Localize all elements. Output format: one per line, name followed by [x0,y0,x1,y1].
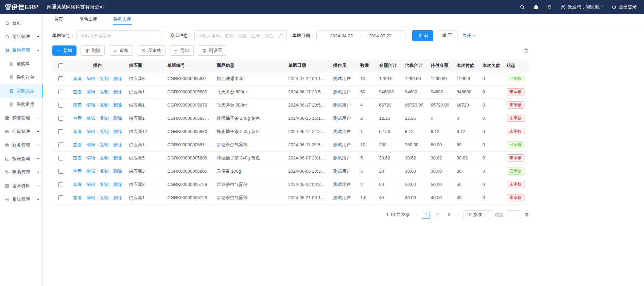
edit-link[interactable]: 编辑 [86,142,95,147]
edit-link[interactable]: 编辑 [86,89,95,94]
copy-link[interactable]: 复制 [100,102,108,108]
sidebar-item-product[interactable]: 商品管理 [0,166,42,179]
view-link[interactable]: 查看 [73,76,82,81]
sidebar-item-purchase-inbound[interactable]: 采购入库 [0,84,42,98]
prev-page-button[interactable] [415,213,418,216]
delete-link[interactable]: 删除 [113,142,122,147]
view-link[interactable]: 查看 [73,182,82,187]
search-icon[interactable] [520,4,525,10]
sidebar-item-sales[interactable]: 销售管理 [0,111,42,125]
copy-link[interactable]: 复制 [100,182,108,187]
copy-link[interactable]: 复制 [100,142,108,147]
edit-link[interactable]: 编辑 [86,102,95,108]
bank-icon[interactable] [533,4,539,10]
view-link[interactable]: 查看 [73,155,82,160]
row-checkbox[interactable] [58,76,63,81]
sidebar-item-system[interactable]: 系统管理 [0,193,42,206]
row-checkbox[interactable] [58,169,63,174]
delete-link[interactable]: 删除 [113,129,122,134]
sidebar-item-purchase-order[interactable]: 采购订单 [0,71,42,84]
edit-link[interactable]: 编辑 [86,195,95,200]
sidebar-item-purchase-return[interactable]: 采购退货 [0,98,42,111]
delete-button[interactable]: 删除 [81,45,105,56]
select-all-checkbox[interactable] [58,63,63,68]
delete-link[interactable]: 删除 [113,169,122,174]
bill-no-input[interactable] [76,30,161,41]
tab-home[interactable]: 首页 [54,14,64,25]
delete-link[interactable]: 删除 [113,116,122,121]
delete-link[interactable]: 删除 [113,155,122,160]
tab-retail-outbound[interactable]: 零售出库 [79,14,98,25]
row-checkbox[interactable] [58,182,63,187]
chevron-right-icon [456,213,460,216]
row-checkbox[interactable] [58,142,63,147]
row-checkbox[interactable] [58,195,63,200]
date-from-value[interactable]: 2024-04-22 [330,33,353,38]
copy-link[interactable]: 复制 [100,76,108,81]
status-badge: 未审核 [507,154,524,161]
copy-link[interactable]: 复制 [100,195,108,200]
view-link[interactable]: 查看 [73,116,82,121]
edit-link[interactable]: 编辑 [86,182,95,187]
sidebar-item-basic[interactable]: 基本资料 [0,179,42,193]
sidebar-item-purchase-request[interactable]: 请购单 [0,57,42,71]
sidebar-item-report[interactable]: 报表查询 [0,152,42,166]
edit-link[interactable]: 编辑 [86,169,95,174]
view-link[interactable]: 查看 [73,169,82,174]
date-range-picker[interactable]: 2024-04-22 ~ 2024-07-22 [316,30,405,41]
delete-link[interactable]: 删除 [113,76,122,81]
product-info-input[interactable] [194,30,287,41]
delete-link[interactable]: 删除 [113,195,122,200]
view-link[interactable]: 查看 [73,142,82,147]
welcome-user[interactable]: 欢迎您，测试用户 [560,4,603,10]
sidebar-item-retail[interactable]: 零售管理 [0,30,42,43]
sidebar-item-warehouse[interactable]: 仓库管理 [0,125,42,138]
reset-button[interactable]: 重 置 [437,30,458,41]
edit-link[interactable]: 编辑 [86,116,95,121]
copy-link[interactable]: 复制 [100,129,108,134]
sidebar-item-finance[interactable]: 财务管理 [0,138,42,152]
copy-link[interactable]: 复制 [100,169,108,174]
edit-link[interactable]: 编辑 [86,155,95,160]
page-button-2[interactable]: 2 [433,211,441,219]
date-to-value[interactable]: 2024-07-22 [369,33,392,38]
delete-link[interactable]: 删除 [113,102,122,108]
help-icon[interactable] [523,48,529,54]
edit-link[interactable]: 编辑 [86,129,95,134]
sidebar-item-purchase[interactable]: 采购管理 [0,43,42,57]
view-link[interactable]: 查看 [73,89,82,94]
export-button-label: 导出 [180,47,189,54]
cell-date: 2024-05-22 00:23:26 [285,178,330,191]
row-checkbox[interactable] [58,103,63,108]
view-link[interactable]: 查看 [73,195,82,200]
row-checkbox[interactable] [58,90,63,94]
page-button-1[interactable]: 1 [422,211,430,219]
page-button-3[interactable]: 3 [445,211,453,219]
delete-link[interactable]: 删除 [113,182,122,187]
copy-link[interactable]: 复制 [100,116,108,121]
row-checkbox[interactable] [58,116,63,121]
delete-link[interactable]: 删除 [113,89,122,94]
view-link[interactable]: 查看 [73,102,82,108]
search-button[interactable]: 查 询 [412,30,433,41]
page-size-select[interactable]: 10 条/页 [464,210,491,219]
next-page-button[interactable] [456,213,460,216]
add-button[interactable]: 新增 [52,45,76,56]
copy-link[interactable]: 复制 [100,155,108,160]
tab-purchase-inbound[interactable]: 采购入库 [113,14,132,25]
row-checkbox[interactable] [58,129,63,134]
bell-icon[interactable] [547,4,552,10]
export-button[interactable]: 导出 [170,45,194,56]
view-link[interactable]: 查看 [73,129,82,134]
copy-link[interactable]: 复制 [100,89,108,94]
audit-button[interactable]: 审核 [109,45,133,56]
sidebar-item-home[interactable]: 首页 [0,16,42,30]
action-separator: | [110,155,111,160]
edit-link[interactable]: 编辑 [86,76,95,81]
column-settings-button[interactable]: 列设置 [198,45,226,56]
jump-page-input[interactable] [507,210,521,219]
expand-toggle[interactable]: 展开 [462,33,475,39]
logout-button[interactable]: 退出登录 [611,4,637,10]
unaudit-button[interactable]: 反审核 [137,45,166,56]
row-checkbox[interactable] [58,156,63,160]
